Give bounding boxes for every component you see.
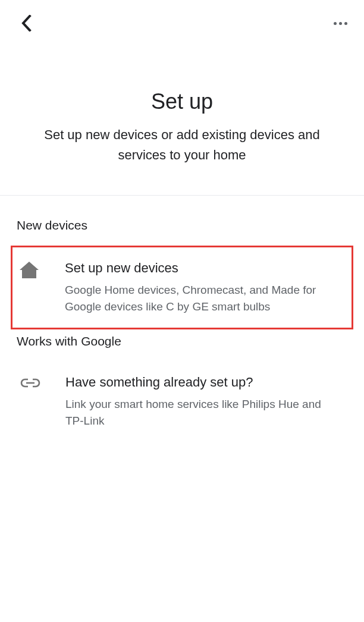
content-area: New devices Set up new devices Google Ho… <box>0 196 364 442</box>
more-horizontal-icon <box>334 22 347 25</box>
section-label-works-with: Works with Google <box>17 334 347 348</box>
option-text: Set up new devices Google Home devices, … <box>49 260 340 315</box>
link-icon <box>20 375 50 390</box>
chevron-left-icon <box>21 15 32 32</box>
option-description: Link your smart home services like Phili… <box>65 396 339 429</box>
option-link-existing[interactable]: Have something already set up? Link your… <box>17 362 347 442</box>
app-header <box>0 0 364 36</box>
home-icon <box>20 260 49 281</box>
back-button[interactable] <box>17 14 36 33</box>
section-label-new-devices: New devices <box>17 218 347 233</box>
more-button[interactable] <box>328 14 352 33</box>
title-section: Set up Set up new devices or add existin… <box>0 36 364 195</box>
option-title: Have something already set up? <box>65 375 339 390</box>
option-text: Have something already set up? Link your… <box>50 375 339 429</box>
option-description: Google Home devices, Chromecast, and Mad… <box>65 282 340 315</box>
page-title: Set up <box>30 89 334 114</box>
page-subtitle: Set up new devices or add existing devic… <box>30 125 334 165</box>
option-setup-new-devices[interactable]: Set up new devices Google Home devices, … <box>11 246 353 329</box>
option-title: Set up new devices <box>65 260 340 276</box>
